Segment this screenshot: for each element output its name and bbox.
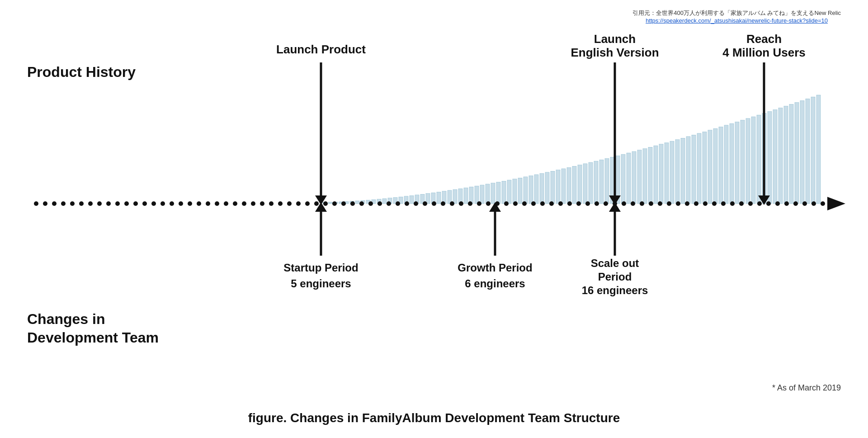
bar: [686, 137, 690, 204]
svg-point-5: [79, 201, 84, 206]
bar: [795, 102, 799, 204]
svg-point-57: [549, 201, 554, 206]
bar: [789, 104, 793, 204]
svg-point-19: [206, 201, 210, 206]
svg-point-15: [170, 201, 174, 206]
bar: [778, 108, 783, 204]
bar: [697, 133, 701, 204]
startup-label-text: Startup Period: [283, 262, 358, 274]
svg-point-30: [305, 201, 310, 206]
svg-point-34: [341, 201, 346, 206]
bar: [637, 150, 642, 204]
bar: [757, 115, 761, 204]
svg-point-3: [61, 201, 66, 206]
svg-point-83: [784, 201, 789, 206]
bar: [806, 99, 810, 204]
bar: [589, 162, 593, 204]
svg-point-48: [468, 201, 472, 206]
scaleout-label-text1: Scale out: [591, 257, 639, 269]
bar: [437, 192, 441, 204]
bar: [410, 195, 414, 204]
bar: [681, 138, 685, 204]
bar: [816, 95, 821, 204]
svg-point-61: [585, 201, 590, 206]
svg-point-84: [793, 201, 798, 206]
bar: [524, 177, 528, 204]
startup-sublabel-text: 5 engineers: [291, 277, 351, 290]
svg-point-49: [477, 201, 481, 206]
bar: [713, 129, 717, 204]
bar: [556, 170, 560, 204]
figure-caption: figure. Changes in FamilyAlbum Developme…: [0, 411, 868, 425]
svg-point-41: [405, 201, 409, 206]
svg-point-87: [821, 201, 825, 206]
bar: [529, 176, 533, 204]
launch-product-label-text: Launch Product: [276, 43, 366, 56]
bar: [648, 147, 652, 204]
svg-point-9: [115, 201, 120, 206]
bar: [665, 143, 669, 204]
bar: [724, 125, 728, 204]
bar: [627, 153, 631, 204]
launch-english-label-text1: Launch: [594, 32, 636, 46]
bar: [540, 173, 544, 204]
bar: [746, 119, 750, 204]
bar: [594, 161, 598, 204]
bar: [534, 175, 538, 204]
svg-point-62: [594, 201, 599, 206]
bar: [464, 188, 468, 204]
bar: [719, 127, 723, 204]
svg-point-55: [531, 201, 536, 206]
bar: [458, 189, 462, 204]
growth-label-text: Growth Period: [458, 262, 532, 274]
bar: [670, 141, 674, 204]
svg-point-13: [151, 201, 156, 206]
svg-point-70: [667, 201, 671, 206]
svg-point-12: [142, 201, 147, 206]
svg-point-58: [558, 201, 563, 206]
svg-point-42: [414, 201, 418, 206]
bar: [784, 106, 788, 204]
bar: [513, 179, 517, 204]
bar: [621, 154, 625, 204]
svg-point-26: [269, 201, 274, 206]
as-of-note: * As of March 2019: [772, 383, 841, 393]
svg-point-6: [88, 201, 93, 206]
svg-point-86: [811, 201, 816, 206]
reach-4m-label-text1: Reach: [746, 32, 782, 46]
svg-point-18: [197, 201, 201, 206]
svg-point-25: [260, 201, 264, 206]
svg-point-64: [613, 201, 617, 206]
bar: [469, 187, 473, 204]
bar: [328, 202, 332, 204]
bar: [643, 149, 647, 204]
svg-point-52: [504, 201, 509, 206]
bar: [583, 164, 587, 204]
launch-english-label-text2: English Version: [571, 46, 659, 59]
svg-point-35: [350, 201, 355, 206]
svg-point-56: [540, 201, 545, 206]
bar: [518, 178, 522, 204]
svg-point-46: [450, 201, 454, 206]
svg-point-50: [486, 201, 491, 206]
bar: [486, 184, 490, 204]
svg-point-43: [423, 201, 427, 206]
bar: [692, 135, 696, 204]
svg-point-59: [567, 201, 572, 206]
svg-point-60: [576, 201, 581, 206]
svg-point-7: [97, 201, 102, 206]
bars-group: [323, 95, 821, 204]
svg-point-37: [368, 201, 373, 206]
svg-point-33: [332, 201, 337, 206]
svg-point-80: [757, 201, 762, 206]
svg-point-85: [802, 201, 807, 206]
bar: [703, 132, 707, 204]
svg-point-77: [730, 201, 735, 206]
svg-point-69: [658, 201, 662, 206]
svg-point-67: [640, 201, 644, 206]
bar: [730, 124, 734, 204]
bar: [675, 140, 679, 204]
svg-point-71: [676, 201, 680, 206]
svg-point-24: [251, 201, 255, 206]
svg-point-45: [441, 201, 445, 206]
